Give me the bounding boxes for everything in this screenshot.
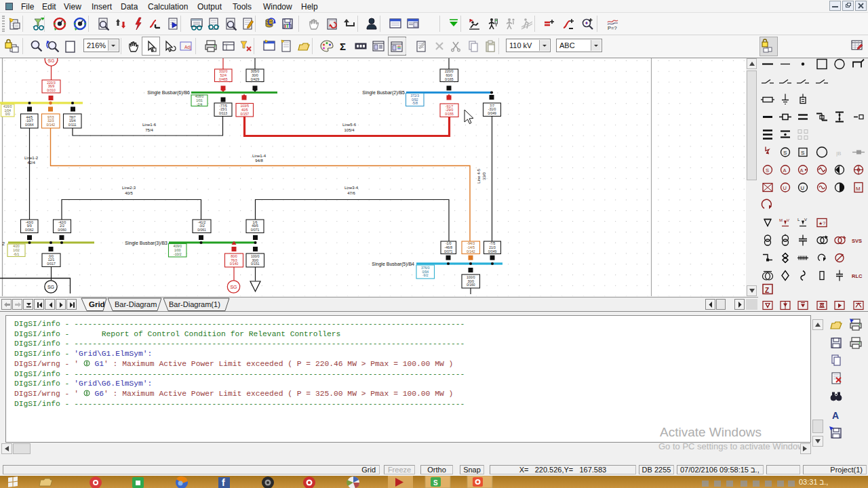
svg-text:-9/2: -9/2 <box>422 273 429 277</box>
svg-text:Z: Z <box>765 287 769 294</box>
svg-text:0/060: 0/060 <box>58 228 66 232</box>
svg-text:03:31 ב.,: 03:31 ב., <box>799 478 828 486</box>
svg-text:42/4: 42/4 <box>27 161 35 165</box>
svg-text:0/157: 0/157 <box>240 112 249 116</box>
svg-text:S: S <box>801 150 804 156</box>
svg-text:★?: ★? <box>818 221 825 226</box>
svg-text:0/049: 0/049 <box>488 249 497 253</box>
svg-text:47/6: 47/6 <box>347 191 355 195</box>
svg-text:....: .... <box>224 41 229 45</box>
svg-text:Line3-4: Line3-4 <box>344 186 359 190</box>
svg-text:75/4: 75/4 <box>145 128 153 132</box>
svg-text:SG: SG <box>47 285 54 289</box>
svg-text:SG: SG <box>48 58 54 63</box>
svg-text:40/5: 40/5 <box>125 191 133 195</box>
svg-text:-5/8: -5/8 <box>412 101 418 105</box>
svg-text:0/160: 0/160 <box>467 283 475 287</box>
svg-text:V: V <box>804 218 807 222</box>
svg-text:L: L <box>797 218 800 222</box>
svg-text:SVS: SVS <box>852 238 862 244</box>
svg-text:0/140: 0/140 <box>230 262 239 266</box>
svg-text:Single Busbar(6)/B6: Single Busbar(6)/B6 <box>147 90 190 96</box>
svg-text:Line1-6: Line1-6 <box>142 123 157 127</box>
svg-text:0/071: 0/071 <box>251 228 260 232</box>
svg-text:U: U <box>783 185 787 191</box>
svg-text:105/4: 105/4 <box>344 128 355 132</box>
svg-text:Line2-3: Line2-3 <box>122 186 136 190</box>
svg-text:Line1-4: Line1-4 <box>252 154 267 158</box>
svg-text:0/0: 0/0 <box>5 112 10 116</box>
svg-text:-6/1: -6/1 <box>14 252 20 256</box>
svg-text:0/151: 0/151 <box>251 262 260 266</box>
svg-text:0/465: 0/465 <box>219 77 228 81</box>
svg-text:0/310: 0/310 <box>47 88 56 92</box>
svg-text:A: A <box>783 167 787 174</box>
svg-text:Single Busbar(2)/B5: Single Busbar(2)/B5 <box>362 90 405 96</box>
svg-text:Single Busbar(3)/B3: Single Busbar(3)/B3 <box>125 241 167 246</box>
svg-text:33/0: 33/0 <box>482 172 486 180</box>
svg-text:-10/2: -10/2 <box>174 252 182 256</box>
svg-text:Bar-Diagram(1): Bar-Diagram(1) <box>169 300 220 308</box>
svg-text:0/049: 0/049 <box>488 111 496 115</box>
svg-text:M: M <box>779 218 783 222</box>
svg-text:0/061: 0/061 <box>197 228 206 232</box>
svg-text:Σ: Σ <box>340 41 346 52</box>
svg-text:-2/4: -2/4 <box>197 102 203 106</box>
svg-text:0/165: 0/165 <box>445 77 454 81</box>
svg-text:0/142: 0/142 <box>46 123 55 127</box>
svg-text:A: A <box>800 167 804 174</box>
svg-text:0/113: 0/113 <box>219 111 227 115</box>
svg-text:|B: |B <box>836 150 841 157</box>
svg-text:V: V <box>787 218 789 222</box>
svg-text:RLC: RLC <box>852 273 863 279</box>
svg-text:0/111: 0/111 <box>68 123 77 127</box>
svg-text:0/064: 0/064 <box>25 123 34 127</box>
svg-text:0/071: 0/071 <box>444 249 453 253</box>
svg-text:U: U <box>801 185 804 191</box>
svg-text:S: S <box>766 167 769 174</box>
svg-text:94/8: 94/8 <box>255 159 263 163</box>
svg-text:M: M <box>856 186 861 192</box>
svg-text:Single Busbar(5)/B4: Single Busbar(5)/B4 <box>372 262 414 267</box>
svg-text:S: S <box>433 479 438 487</box>
svg-text:Bar-Diagram: Bar-Diagram <box>115 300 157 308</box>
svg-text:0/429: 0/429 <box>251 77 260 81</box>
svg-text:0/062: 0/062 <box>25 228 34 232</box>
svg-text:Line5-6: Line5-6 <box>342 123 357 127</box>
svg-text:Grid: Grid <box>89 300 105 308</box>
svg-text:0/017: 0/017 <box>47 262 56 266</box>
svg-text:0/142: 0/142 <box>467 249 475 253</box>
svg-text:0/155: 0/155 <box>445 112 454 116</box>
svg-text:Line 4-5: Line 4-5 <box>477 168 481 183</box>
svg-text:SG: SG <box>230 285 237 289</box>
svg-text:S: S <box>783 150 787 156</box>
svg-text:Line1-2: Line1-2 <box>24 156 39 160</box>
svg-text:A: A <box>832 410 839 421</box>
svg-text:P=?: P=? <box>608 25 617 31</box>
svg-text:Adj: Adj <box>184 45 191 50</box>
svg-text:2: 2 <box>2 241 5 246</box>
svg-text:f: f <box>222 477 225 488</box>
